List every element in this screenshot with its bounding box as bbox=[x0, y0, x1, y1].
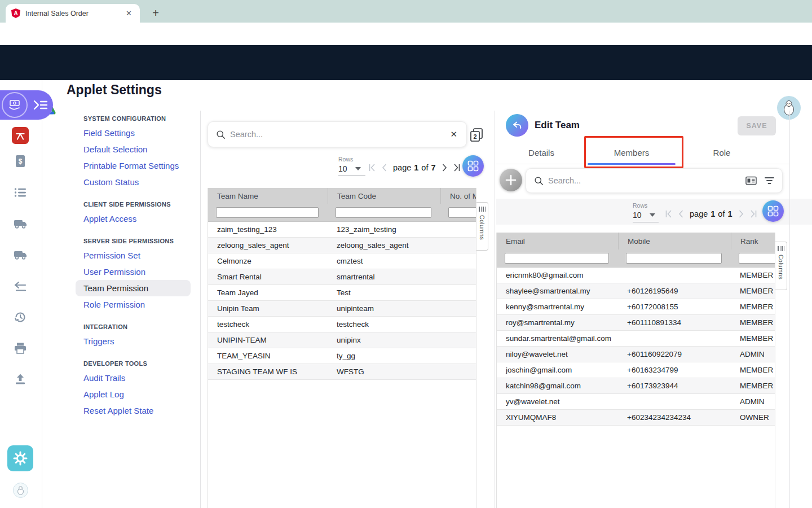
return-arrow-icon[interactable] bbox=[12, 279, 28, 295]
card-view-icon[interactable] bbox=[745, 176, 757, 185]
table-row[interactable]: joschin@gmail.com+60163234799MEMBER bbox=[497, 362, 775, 378]
rows-caret-icon[interactable] bbox=[355, 167, 361, 170]
table-row[interactable]: Celmonzecmztest bbox=[208, 253, 476, 269]
invoice-icon[interactable]: $ bbox=[12, 154, 28, 169]
team-search-bar[interactable]: ✕ bbox=[208, 121, 467, 147]
columns-config-tab[interactable]: Columns bbox=[775, 242, 787, 290]
table-row[interactable]: roy@smartrental.my+601110891334MEMBER bbox=[497, 315, 775, 331]
column-header-email[interactable]: Email bbox=[497, 237, 618, 246]
clear-search-icon[interactable]: ✕ bbox=[449, 129, 458, 139]
collapse-menu-icon[interactable] bbox=[33, 98, 48, 112]
nav-item-printable-format-settings[interactable]: Printable Format Settings bbox=[76, 157, 191, 174]
next-page-icon[interactable] bbox=[739, 210, 744, 218]
column-header-rank[interactable]: Rank bbox=[731, 233, 775, 249]
prev-page-icon[interactable] bbox=[678, 210, 683, 218]
nav-item-reset-applet-state[interactable]: Reset Applet State bbox=[76, 402, 191, 419]
nav-item-default-selection[interactable]: Default Selection bbox=[76, 141, 191, 157]
cell-code: unipinx bbox=[328, 336, 440, 344]
table-row[interactable]: Team JayedTest bbox=[208, 285, 476, 301]
last-page-icon[interactable] bbox=[750, 210, 757, 218]
last-page-icon[interactable] bbox=[453, 164, 460, 172]
nav-section-title: CLIENT SIDE PERMISSIONS bbox=[76, 201, 191, 208]
table-row[interactable]: Smart Rentalsmartrental bbox=[208, 269, 476, 285]
filter-mobile-input[interactable] bbox=[626, 253, 722, 264]
settings-gear-button[interactable] bbox=[7, 445, 33, 471]
table-row[interactable]: STAGING TEAM WF ISWFSTG bbox=[208, 364, 476, 380]
duplicate-icon[interactable]: 2 bbox=[469, 128, 484, 142]
cell-rank: MEMBER bbox=[731, 334, 775, 343]
column-header-mobile[interactable]: Mobile bbox=[618, 233, 731, 249]
table-row[interactable]: XIYUMQMAF8+60234234234234OWNER bbox=[497, 410, 775, 426]
column-header-team-name[interactable]: Team Name bbox=[208, 192, 328, 200]
filter-icon[interactable] bbox=[765, 177, 774, 185]
list-icon[interactable] bbox=[12, 185, 28, 200]
penguin-bot-icon[interactable] bbox=[13, 483, 28, 498]
user-avatar[interactable] bbox=[777, 96, 801, 120]
filter-team-name-input[interactable] bbox=[216, 207, 319, 218]
nav-item-applet-access[interactable]: Applet Access bbox=[76, 211, 191, 227]
printer-icon[interactable] bbox=[12, 340, 28, 356]
rows-per-page-select[interactable]: 10 bbox=[338, 164, 347, 173]
nav-item-team-permission[interactable]: Team Permission bbox=[76, 280, 191, 296]
tab-members[interactable]: Members bbox=[586, 141, 677, 164]
nav-item-custom-status[interactable]: Custom Status bbox=[76, 174, 191, 190]
rows-caret-icon[interactable] bbox=[650, 213, 655, 217]
history-clock-icon[interactable] bbox=[12, 309, 28, 325]
nav-item-permission-set[interactable]: Permission Set bbox=[76, 247, 191, 264]
save-button[interactable]: SAVE bbox=[738, 116, 776, 135]
filter-members-input[interactable] bbox=[448, 207, 476, 218]
browser-tab[interactable]: A Internal Sales Order ✕ bbox=[6, 4, 140, 23]
table-row[interactable]: zeloong_sales_agentzeloong_sales_agent bbox=[208, 238, 476, 253]
table-row[interactable]: Unipin Teamunipinteam bbox=[208, 301, 476, 317]
columns-config-tab[interactable]: Columns bbox=[476, 202, 488, 251]
active-applet-pill[interactable] bbox=[0, 90, 53, 120]
applet-icon-dai[interactable] bbox=[12, 127, 29, 144]
back-button[interactable] bbox=[506, 114, 528, 137]
table-row[interactable]: testchecktestcheck bbox=[208, 317, 476, 332]
members-search-bar[interactable] bbox=[526, 168, 783, 193]
nav-item-triggers[interactable]: Triggers bbox=[76, 333, 191, 349]
upload-icon[interactable] bbox=[12, 371, 28, 387]
team-search-input[interactable] bbox=[230, 130, 449, 139]
filter-rank-input[interactable] bbox=[739, 253, 775, 264]
table-row[interactable]: shaylee@smartrental.my+60126195649MEMBER bbox=[497, 283, 775, 299]
first-page-icon[interactable] bbox=[665, 210, 672, 218]
next-page-icon[interactable] bbox=[442, 164, 447, 172]
table-row[interactable]: zaim_testing_123123_zaim_testing bbox=[208, 222, 476, 238]
nav-item-audit-trails[interactable]: Audit Trails bbox=[76, 370, 191, 386]
new-tab-button[interactable]: + bbox=[148, 5, 164, 21]
table-row[interactable]: ericnmk80@gmail.comMEMBER bbox=[497, 268, 775, 283]
column-header-no-of-members[interactable]: No. of Members bbox=[440, 188, 476, 204]
members-table-header: Email Mobile Rank bbox=[497, 233, 775, 249]
truck-shipping-icon[interactable] bbox=[12, 247, 28, 263]
nav-item-field-settings[interactable]: Field Settings bbox=[76, 125, 191, 141]
rows-per-page-select[interactable]: 10 bbox=[633, 211, 642, 220]
tab-details[interactable]: Details bbox=[496, 141, 586, 164]
table-row[interactable]: UNIPIN-TEAMunipinx bbox=[208, 332, 476, 348]
table-row[interactable]: katchin98@gmail.com+60173923944MEMBER bbox=[497, 378, 775, 394]
table-row[interactable]: yv@wavelet.netADMIN bbox=[497, 394, 775, 410]
filter-team-code-input[interactable] bbox=[336, 207, 431, 218]
table-row[interactable]: niloy@wavelet.net+601160922079ADMIN bbox=[497, 347, 775, 362]
add-member-button[interactable] bbox=[500, 169, 522, 191]
tab-role[interactable]: Role bbox=[677, 141, 767, 164]
table-row[interactable]: TEAM_YEASINty_gg bbox=[208, 348, 476, 364]
nav-item-user-permission[interactable]: User Permission bbox=[76, 264, 191, 280]
table-row[interactable]: kenny@smartrental.my+60172008155MEMBER bbox=[497, 299, 775, 315]
table-row[interactable]: sundar.smartrental@gmail.comMEMBER bbox=[497, 331, 775, 347]
prev-page-icon[interactable] bbox=[382, 164, 387, 172]
cell-rank: MEMBER bbox=[731, 303, 775, 311]
grid-view-button[interactable] bbox=[462, 155, 484, 177]
first-page-icon[interactable] bbox=[369, 164, 376, 172]
truck-delivery-icon[interactable] bbox=[12, 216, 28, 232]
tab-close-icon[interactable]: ✕ bbox=[123, 9, 134, 17]
members-search-input[interactable] bbox=[548, 176, 745, 185]
angular-favicon: A bbox=[11, 8, 20, 18]
nav-item-role-permission[interactable]: Role Permission bbox=[76, 296, 191, 313]
grid-view-button[interactable] bbox=[762, 200, 784, 222]
panel-split-divider[interactable] bbox=[495, 111, 495, 508]
filter-email-input[interactable] bbox=[505, 253, 609, 264]
column-header-team-code[interactable]: Team Code bbox=[328, 188, 440, 204]
plus-icon bbox=[505, 174, 517, 186]
nav-item-applet-log[interactable]: Applet Log bbox=[76, 386, 191, 402]
